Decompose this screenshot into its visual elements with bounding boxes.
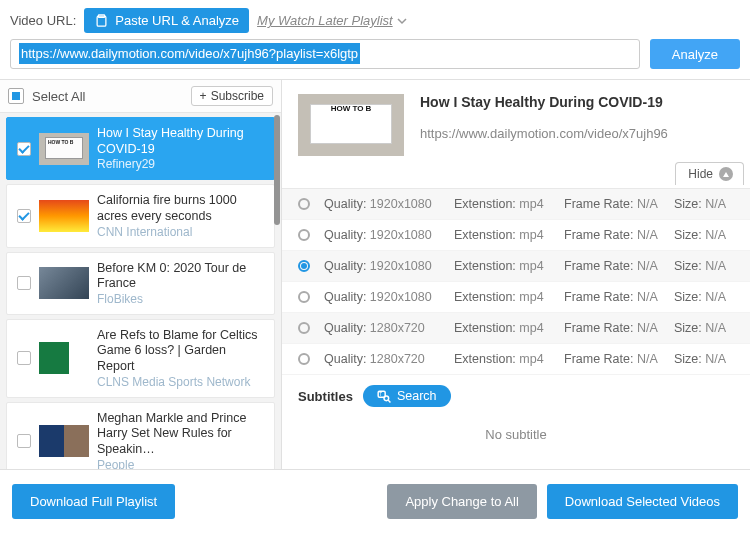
format-list: Quality: 1920x1080Extenstion: mp4Frame R…: [282, 188, 750, 375]
scrollbar-thumb[interactable]: [274, 115, 280, 225]
detail-thumbnail: HOW TO B: [298, 94, 404, 156]
scrollbar[interactable]: [273, 113, 281, 469]
item-checkbox[interactable]: [17, 351, 31, 365]
item-thumbnail: HOW TO B: [39, 133, 89, 165]
no-subtitle-text: No subtitle: [282, 413, 750, 456]
chevron-down-icon: [397, 16, 407, 26]
detail-title: How I Stay Healthy During COVID-19: [420, 94, 668, 110]
item-source: FloBikes: [97, 292, 264, 306]
format-row[interactable]: Quality: 1280x720Extenstion: mp4Frame Ra…: [282, 344, 750, 375]
item-checkbox[interactable]: [17, 142, 31, 156]
clipboard-icon: [94, 13, 109, 28]
subtitle-search-label: Search: [397, 389, 437, 403]
analyze-button[interactable]: Analyze: [650, 39, 740, 69]
item-source: Refinery29: [97, 157, 264, 171]
item-source: CLNS Media Sports Network: [97, 375, 264, 389]
list-item[interactable]: HOW TO BHow I Stay Healthy During COVID-…: [6, 117, 275, 180]
download-full-playlist-button[interactable]: Download Full Playlist: [12, 484, 175, 519]
format-row[interactable]: Quality: 1920x1080Extenstion: mp4Frame R…: [282, 251, 750, 282]
item-source: People: [97, 458, 264, 470]
format-row[interactable]: Quality: 1920x1080Extenstion: mp4Frame R…: [282, 282, 750, 313]
chevron-up-icon: [719, 167, 733, 181]
hide-button[interactable]: Hide: [675, 162, 744, 185]
item-title: How I Stay Healthy During COVID-19: [97, 126, 264, 157]
item-thumbnail: [39, 200, 89, 232]
list-item[interactable]: Are Refs to Blame for Celtics Game 6 los…: [6, 319, 275, 398]
video-url-label: Video URL:: [10, 13, 76, 28]
detail-thumb-text: HOW TO B: [331, 104, 372, 113]
download-selected-button[interactable]: Download Selected Videos: [547, 484, 738, 519]
item-thumbnail: [39, 342, 89, 374]
format-radio[interactable]: [298, 291, 310, 303]
watch-later-link[interactable]: My Watch Later Playlist: [257, 13, 407, 28]
item-checkbox[interactable]: [17, 434, 31, 448]
list-item[interactable]: Meghan Markle and Prince Harry Set New R…: [6, 402, 275, 469]
item-title: Before KM 0: 2020 Tour de France: [97, 261, 264, 292]
item-title: California fire burns 1000 acres every s…: [97, 193, 264, 224]
url-input[interactable]: https://www.dailymotion.com/video/x7ujh9…: [10, 39, 640, 69]
list-item[interactable]: Before KM 0: 2020 Tour de FranceFloBikes: [6, 252, 275, 315]
subtitle-search-button[interactable]: T Search: [363, 385, 451, 407]
url-text: https://www.dailymotion.com/video/x7ujh9…: [19, 43, 360, 64]
item-thumbnail: [39, 267, 89, 299]
svg-line-5: [388, 400, 390, 402]
item-thumbnail: [39, 425, 89, 457]
playlist-list[interactable]: HOW TO BHow I Stay Healthy During COVID-…: [0, 113, 281, 469]
select-all-checkbox[interactable]: [8, 88, 24, 104]
format-radio[interactable]: [298, 229, 310, 241]
plus-icon: +: [200, 89, 207, 103]
paste-url-button[interactable]: Paste URL & Analyze: [84, 8, 249, 33]
format-row[interactable]: Quality: 1920x1080Extenstion: mp4Frame R…: [282, 220, 750, 251]
hide-label: Hide: [688, 167, 713, 181]
list-item[interactable]: California fire burns 1000 acres every s…: [6, 184, 275, 247]
detail-url: https://www.dailymotion.com/video/x7ujh9…: [420, 126, 668, 141]
format-row[interactable]: Quality: 1280x720Extenstion: mp4Frame Ra…: [282, 313, 750, 344]
svg-point-4: [384, 396, 389, 401]
apply-to-all-button[interactable]: Apply Change to All: [387, 484, 536, 519]
format-row[interactable]: Quality: 1920x1080Extenstion: mp4Frame R…: [282, 189, 750, 220]
item-title: Are Refs to Blame for Celtics Game 6 los…: [97, 328, 264, 375]
subscribe-button[interactable]: + Subscribe: [191, 86, 273, 106]
item-checkbox[interactable]: [17, 276, 31, 290]
select-all-label: Select All: [32, 89, 85, 104]
item-title: Meghan Markle and Prince Harry Set New R…: [97, 411, 264, 458]
item-checkbox[interactable]: [17, 209, 31, 223]
format-radio[interactable]: [298, 260, 310, 272]
item-source: CNN International: [97, 225, 264, 239]
format-radio[interactable]: [298, 353, 310, 365]
subscribe-label: Subscribe: [211, 89, 264, 103]
format-radio[interactable]: [298, 198, 310, 210]
watch-later-label: My Watch Later Playlist: [257, 13, 393, 28]
svg-text:T: T: [379, 392, 382, 397]
subtitles-heading: Subtitles: [298, 389, 353, 404]
format-radio[interactable]: [298, 322, 310, 334]
paste-url-label: Paste URL & Analyze: [115, 13, 239, 28]
subtitle-search-icon: T: [377, 389, 391, 403]
